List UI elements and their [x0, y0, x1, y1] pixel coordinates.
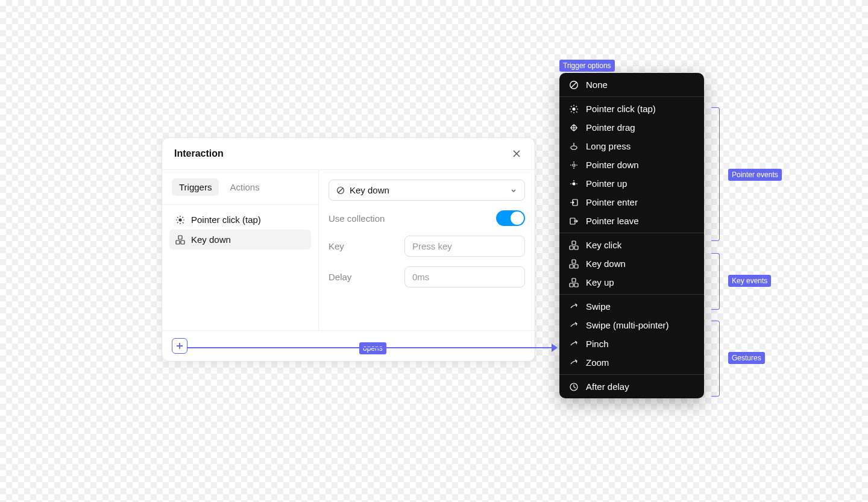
tabs: Triggers Actions: [162, 170, 318, 205]
bracket-pointer: [711, 107, 720, 241]
trigger-list: Pointer click (tap) Key down: [162, 205, 318, 330]
pointer-click-icon: [175, 215, 185, 225]
delay-input[interactable]: [404, 266, 525, 287]
clock-icon: [569, 382, 579, 392]
svg-point-9: [573, 183, 575, 185]
menu-item-pointer-leave[interactable]: Pointer leave: [559, 212, 704, 230]
menu-item-label: Key up: [586, 277, 614, 287]
pointer-leave-icon: [569, 216, 579, 226]
panel-title: Interaction: [174, 148, 224, 159]
svg-point-7: [571, 146, 577, 149]
none-icon: [336, 186, 345, 195]
pointer-click-icon: [569, 104, 579, 114]
keyboard-icon: [569, 278, 579, 287]
menu-item-label: None: [586, 80, 608, 90]
add-trigger-button[interactable]: [172, 338, 187, 354]
key-label: Key: [329, 241, 344, 251]
menu-item-swipe[interactable]: Swipe: [559, 297, 704, 316]
delay-row: Delay: [329, 266, 525, 287]
menu-item-pointer-drag[interactable]: Pointer drag: [559, 118, 704, 137]
tab-actions[interactable]: Actions: [222, 178, 266, 196]
arrow-head: [552, 344, 558, 352]
dropdown-value: Key down: [350, 185, 389, 195]
bracket-key: [711, 253, 720, 310]
svg-rect-2: [176, 240, 180, 244]
long-press-icon: [569, 142, 579, 151]
menu-item-label: Pointer drag: [586, 122, 635, 133]
panel-body: Triggers Actions Pointer click (tap) Key…: [162, 170, 535, 330]
svg-point-6: [573, 108, 575, 110]
close-button[interactable]: [511, 148, 523, 160]
menu-item-label: Key click: [586, 240, 621, 250]
annotation-trigger-options: Trigger options: [559, 60, 615, 72]
menu-item-key-down[interactable]: Key down: [559, 254, 704, 273]
svg-rect-13: [570, 246, 573, 249]
menu-item-pointer-enter[interactable]: Pointer enter: [559, 193, 704, 212]
menu-section-gestures: Swipe Swipe (multi-pointer) Pinch Zoom: [559, 294, 704, 374]
menu-item-label: Swipe: [586, 301, 611, 312]
swipe-icon: [569, 321, 579, 330]
menu-item-label: After delay: [586, 381, 629, 392]
menu-section-pointer: Pointer click (tap) Pointer drag Long pr…: [559, 96, 704, 233]
menu-item-pointer-down[interactable]: Pointer down: [559, 155, 704, 174]
menu-item-long-press[interactable]: Long press: [559, 137, 704, 155]
menu-item-zoom[interactable]: Zoom: [559, 353, 704, 372]
menu-item-label: Zoom: [586, 357, 609, 368]
svg-rect-20: [574, 283, 578, 287]
trigger-item-label: Pointer click (tap): [191, 215, 261, 225]
svg-point-0: [179, 219, 181, 221]
use-collection-toggle[interactable]: [496, 210, 525, 226]
menu-item-label: Long press: [586, 141, 631, 151]
delay-label: Delay: [329, 272, 351, 282]
keyboard-icon: [569, 240, 579, 250]
svg-rect-12: [572, 241, 576, 245]
right-column: Key down Use collection Key Delay: [319, 170, 535, 330]
pointer-up-icon: [569, 179, 579, 189]
keyboard-icon: [569, 259, 579, 269]
trigger-item-pointer-click[interactable]: Pointer click (tap): [169, 210, 311, 230]
panel-footer: [162, 330, 535, 361]
toggle-knob: [511, 212, 524, 225]
svg-rect-19: [570, 283, 573, 287]
use-collection-label: Use collection: [329, 213, 385, 224]
menu-item-pointer-up[interactable]: Pointer up: [559, 174, 704, 193]
pointer-down-icon: [569, 160, 579, 170]
interaction-panel: Interaction Triggers Actions Pointer cli…: [162, 137, 535, 362]
menu-item-after-delay[interactable]: After delay: [559, 377, 704, 396]
trigger-options-menu: None Pointer click (tap) Pointer drag Lo…: [559, 73, 704, 398]
menu-item-label: Pointer down: [586, 160, 639, 170]
menu-item-none[interactable]: None: [559, 75, 704, 94]
zoom-icon: [569, 358, 579, 368]
plus-icon: [175, 342, 184, 350]
menu-item-label: Swipe (multi-pointer): [586, 320, 669, 330]
trigger-item-key-down[interactable]: Key down: [169, 230, 311, 249]
menu-item-key-up[interactable]: Key up: [559, 273, 704, 292]
trigger-item-label: Key down: [191, 234, 231, 245]
menu-item-key-click[interactable]: Key click: [559, 236, 704, 254]
chevron-down-icon: [510, 187, 517, 194]
menu-item-label: Pointer enter: [586, 197, 638, 207]
pointer-enter-icon: [569, 198, 579, 207]
trigger-type-dropdown[interactable]: Key down: [329, 180, 525, 201]
svg-rect-18: [572, 278, 576, 282]
key-row: Key: [329, 236, 525, 257]
tab-triggers[interactable]: Triggers: [172, 178, 219, 196]
menu-item-label: Pointer leave: [586, 216, 639, 226]
annotation-gestures: Gestures: [728, 352, 765, 364]
menu-item-label: Pointer up: [586, 178, 627, 189]
menu-item-label: Pinch: [586, 339, 609, 349]
arrow-line: [187, 347, 555, 348]
menu-section-none: None: [559, 73, 704, 96]
bracket-gestures: [711, 321, 720, 397]
close-icon: [512, 149, 521, 158]
pointer-drag-icon: [569, 123, 579, 133]
svg-rect-17: [574, 265, 578, 268]
swipe-icon: [569, 302, 579, 312]
menu-item-pinch[interactable]: Pinch: [559, 334, 704, 353]
use-collection-row: Use collection: [329, 210, 525, 226]
menu-item-pointer-click[interactable]: Pointer click (tap): [559, 99, 704, 118]
menu-item-label: Key down: [586, 259, 626, 269]
key-input[interactable]: [404, 236, 525, 257]
menu-item-swipe-multi[interactable]: Swipe (multi-pointer): [559, 316, 704, 334]
annotation-opens: opens: [359, 342, 386, 354]
